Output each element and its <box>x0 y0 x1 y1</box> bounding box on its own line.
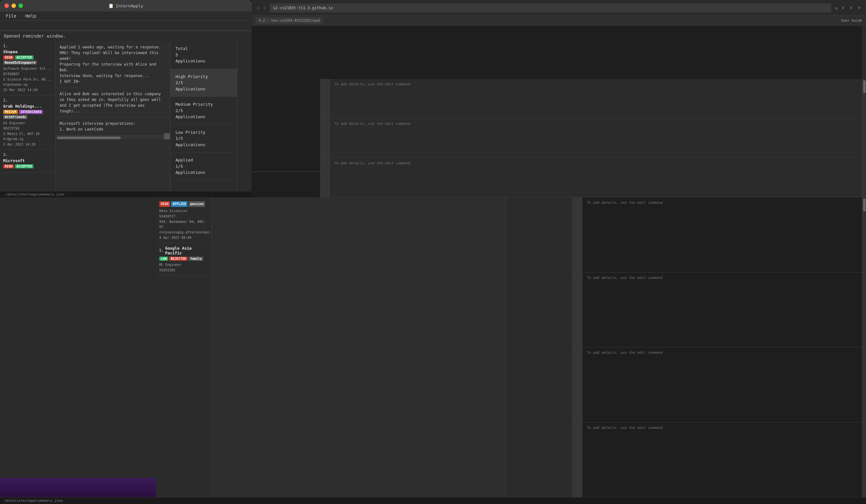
bottom-detail-panels: To add details, use the edit command To … <box>573 198 866 497</box>
app-tags-1: HIGH ACCEPTED BasedInSingapore <box>3 55 52 65</box>
app-role-2: AI Engineer <box>3 120 52 126</box>
stat-total[interactable]: Total5Applications <box>170 41 237 69</box>
right-detail-content-3: To add details, use the edit command <box>330 158 862 197</box>
right-detail-scroll-1[interactable] <box>862 79 866 118</box>
h-scroll-thumb <box>57 137 121 139</box>
bottom-stats-area <box>506 198 573 497</box>
stat-high[interactable]: High Priority2/5Applications <box>170 69 237 97</box>
app-tags-3: HIGH ACCEPTED <box>3 164 52 168</box>
tag-high-3: HIGH <box>3 164 14 168</box>
bottom-notes-area <box>212 198 506 497</box>
detail-content-1: To add details, use the edit command <box>582 198 863 272</box>
tag-interviewed-2: INTERVIEWED <box>19 110 43 114</box>
detail-row-3: To add details, use the edit command <box>573 347 866 423</box>
detail-placeholder-4: To add details, use the edit command <box>587 426 663 430</box>
browser-user-guide[interactable]: User Guide <box>841 19 862 23</box>
app-detail-2: AI Engineer 99272758 3 Media Cl, #07-18 … <box>3 120 52 147</box>
browser-reload-icon[interactable]: ↻ <box>835 5 838 11</box>
browser-share-icon[interactable]: ⬆ <box>850 5 853 11</box>
app-number-5: 5. <box>159 248 164 253</box>
app-item-1[interactable]: 1. Shopee HIGH ACCEPTED BasedInSingapore… <box>0 41 55 96</box>
right-detail-placeholder-2: To add details, use the edit command <box>334 122 410 126</box>
detail-scroll-3[interactable] <box>862 347 866 422</box>
detail-scroll-2[interactable] <box>862 272 866 347</box>
menu-help[interactable]: Help <box>24 13 38 19</box>
horizontal-scrollbar[interactable] <box>56 136 170 139</box>
bottom-filepath-bar: \data\internapplymemory.json <box>0 497 866 504</box>
maximize-button[interactable] <box>19 3 23 8</box>
stat-applied-label: Applied1/5Applications <box>176 157 232 176</box>
detail-placeholder-3: To add details, use the edit command <box>587 350 663 355</box>
browser-forward-icon[interactable]: › <box>263 5 266 11</box>
app-item-4[interactable]: HIGH APPLIED passion Data Scientist 6345… <box>156 198 211 243</box>
app-address-2: 3 Media Cl, #07-18 <box>3 131 52 137</box>
stat-low-label: Low Priority1/5Applications <box>176 129 232 148</box>
right-detail-row-3: To add details, use the edit command <box>320 158 866 198</box>
app-address-1: 5 Science Park Dr, #0... <box>3 77 52 82</box>
app-name-3: Microsoft <box>3 158 52 163</box>
tag-based-1: BasedInSingapore <box>3 60 37 65</box>
browser-tab-1[interactable]: 4.2 - nus-cs2103-AY2122S2/ped <box>255 17 323 24</box>
detail-scroll-4[interactable] <box>862 423 866 497</box>
detail-row-1: To add details, use the edit command <box>573 198 866 272</box>
detail-placeholder-1: To add details, use the edit command <box>587 201 663 205</box>
right-detail-scroll-2[interactable] <box>862 119 866 158</box>
window-title: 📋 InternApply <box>108 3 143 8</box>
stat-applied[interactable]: Applied1/5Applications <box>170 153 237 180</box>
app-item-5[interactable]: 5. Google Asia Pacific LOW REJECTED fami… <box>156 243 211 276</box>
stat-medium[interactable]: Medium Priority2/5Applications <box>170 97 237 125</box>
app-email-4: corpsales@sg.aftershockpc.com <box>159 229 208 235</box>
tag-accepted-1: ACCEPTED <box>15 55 33 59</box>
app-role-4: Data Scientist <box>159 208 208 214</box>
detail-content-4: To add details, use the edit command <box>582 423 863 497</box>
app-number-2: 2. <box>3 98 52 102</box>
app-phone-4: 63458727 <box>159 214 208 219</box>
browser-download-icon[interactable]: ⬇ <box>842 5 845 11</box>
right-detail-content-2: To add details, use the edit command <box>330 119 862 158</box>
app-icon: 📋 <box>108 3 114 8</box>
detail-scroll-1[interactable] <box>862 198 866 272</box>
bottom-app-list: HIGH APPLIED passion Data Scientist 6345… <box>156 198 212 497</box>
detail-content-3: To add details, use the edit command <box>582 347 863 422</box>
app-item-2[interactable]: 2. Grab Holdings... MEDIUM INTERVIEWED W… <box>0 96 55 150</box>
right-detail-side-2 <box>320 119 330 158</box>
tag-high-1: HIGH <box>3 55 14 59</box>
tag-applied-4: APPLIED <box>171 201 188 207</box>
traffic-lights <box>4 3 23 8</box>
app-phone-1: 87438807 <box>3 71 52 77</box>
detail-side-3 <box>573 347 582 422</box>
close-button[interactable] <box>4 3 9 8</box>
app-date-2: 2 Apr 2022 14:20 <box>3 142 52 147</box>
menu-bar: File Help <box>0 11 252 21</box>
minimize-button[interactable] <box>11 3 16 8</box>
right-detail-scroll-3[interactable] <box>862 158 866 197</box>
right-scrollthumb-1 <box>863 80 866 93</box>
command-input[interactable] <box>4 23 248 28</box>
app-name-5: Google Asia Pacific <box>165 246 208 255</box>
menu-file[interactable]: File <box>4 13 19 19</box>
detail-content-2: To add details, use the edit command <box>582 272 863 347</box>
browser-add-tab-icon[interactable]: + <box>858 5 861 11</box>
right-detail-content-1: To add details, use the edit command <box>330 79 862 118</box>
app-name-2: Grab Holdings... <box>3 104 52 109</box>
app-tags-5: LOW REJECTED family <box>159 257 208 261</box>
app-list-panel: 1. Shopee HIGH ACCEPTED BasedInSingapore… <box>0 41 56 206</box>
app-email-1: hr@shopee.sg <box>3 82 52 87</box>
app-role-1: Software Engineer Int... <box>3 66 52 71</box>
browser-url-bar[interactable]: s2-cs2103t-t11-3.github.io <box>270 3 831 12</box>
app-item-3[interactable]: 3. Microsoft HIGH ACCEPTED <box>0 150 55 172</box>
app-detail-4: Data Scientist 63458727 994, Bendemeer R… <box>159 208 208 240</box>
tag-family-5: family <box>189 257 203 261</box>
detail-side-1 <box>573 198 582 272</box>
filepath-top-text: ./data/internapplymemory.json <box>3 192 64 197</box>
detail-row-2: To add details, use the edit command <box>573 272 866 348</box>
stat-medium-label: Medium Priority2/5Applications <box>176 101 232 120</box>
app-title-text: InternApply <box>115 3 143 8</box>
filepath-bottom-text: \data\internapplymemory.json <box>4 499 63 503</box>
app-detail-1: Software Engineer Int... 87438807 5 Scie… <box>3 66 52 93</box>
app-name-1: Shopee <box>3 49 52 54</box>
detail-row-4: To add details, use the edit command <box>573 423 866 497</box>
stat-low[interactable]: Low Priority1/5Applications <box>170 125 237 153</box>
browser-back-icon[interactable]: ‹ <box>257 5 260 11</box>
bottom-right-section: HIGH APPLIED passion Data Scientist 6345… <box>156 198 866 497</box>
